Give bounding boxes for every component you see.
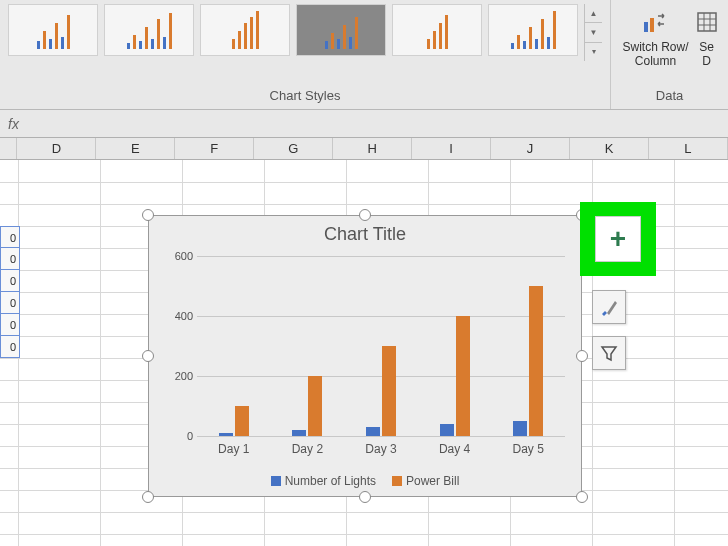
select-data-button[interactable]: Se D <box>695 4 719 74</box>
bar-group[interactable] <box>201 256 267 436</box>
x-label: Day 3 <box>344 442 418 456</box>
bar-group[interactable] <box>421 256 487 436</box>
brush-icon <box>599 297 619 317</box>
x-axis: Day 1 Day 2 Day 3 Day 4 Day 5 <box>197 442 565 456</box>
col-header[interactable]: L <box>649 138 728 159</box>
bar[interactable] <box>513 421 527 436</box>
bar-group[interactable] <box>495 256 561 436</box>
chart-style-thumb[interactable] <box>200 4 290 56</box>
chart-side-tools <box>592 290 626 370</box>
legend-item[interactable]: Power Bill <box>392 474 459 488</box>
col-header[interactable]: K <box>570 138 649 159</box>
chart-styles-group: ▲ ▼ ▾ Chart Styles <box>0 0 610 109</box>
col-gutter <box>0 138 17 159</box>
chart-style-thumb[interactable] <box>488 4 578 56</box>
filter-icon <box>600 344 618 362</box>
ribbon: ▲ ▼ ▾ Chart Styles Switch Row/ Column Se… <box>0 0 728 110</box>
resize-handle[interactable] <box>359 491 371 503</box>
svg-rect-2 <box>698 13 716 31</box>
col-header[interactable]: G <box>254 138 333 159</box>
embedded-chart[interactable]: Chart Title 600 400 200 0 Day 1 Day 2 Da… <box>148 215 582 497</box>
chart-styles-label: Chart Styles <box>0 88 610 103</box>
formula-bar[interactable]: fx <box>0 110 728 138</box>
data-cell[interactable]: 0 <box>0 248 20 270</box>
svg-rect-1 <box>650 18 654 32</box>
data-cell[interactable]: 0 <box>0 336 20 358</box>
legend-label: Power Bill <box>406 474 459 488</box>
chart-legend[interactable]: Number of Lights Power Bill <box>149 474 581 488</box>
bar[interactable] <box>456 316 470 436</box>
bar[interactable] <box>366 427 380 436</box>
resize-handle[interactable] <box>576 491 588 503</box>
resize-handle[interactable] <box>359 209 371 221</box>
resize-handle[interactable] <box>576 350 588 362</box>
col-header[interactable]: F <box>175 138 254 159</box>
chart-style-thumb[interactable] <box>8 4 98 56</box>
y-axis: 600 400 200 0 <box>163 256 193 436</box>
x-label: Day 2 <box>271 442 345 456</box>
chart-style-thumb[interactable] <box>392 4 482 56</box>
bar-group[interactable] <box>348 256 414 436</box>
fx-label: fx <box>8 116 19 132</box>
svg-rect-0 <box>644 22 648 32</box>
highlight-callout: + <box>580 202 656 276</box>
bar[interactable] <box>529 286 543 436</box>
bar-group[interactable] <box>274 256 340 436</box>
resize-handle[interactable] <box>142 209 154 221</box>
bar[interactable] <box>382 346 396 436</box>
chart-styles-gallery: ▲ ▼ ▾ <box>0 0 610 65</box>
scroll-down-button[interactable]: ▼ <box>585 23 602 42</box>
select-data-label: Se D <box>699 40 714 69</box>
legend-label: Number of Lights <box>285 474 376 488</box>
legend-item[interactable]: Number of Lights <box>271 474 376 488</box>
plot-area[interactable] <box>197 256 565 436</box>
data-group-label: Data <box>611 88 728 103</box>
switch-row-col-label: Switch Row/ Column <box>622 40 688 69</box>
y-tick: 0 <box>187 430 193 442</box>
x-label: Day 4 <box>418 442 492 456</box>
column-headers: D E F G H I J K L <box>0 138 728 160</box>
data-group: Switch Row/ Column Se D Data <box>610 0 728 109</box>
bar[interactable] <box>219 433 233 436</box>
bars <box>197 256 565 436</box>
switch-row-column-button[interactable]: Switch Row/ Column <box>620 4 690 74</box>
x-label: Day 1 <box>197 442 271 456</box>
resize-handle[interactable] <box>142 350 154 362</box>
plus-icon: + <box>610 225 626 253</box>
y-tick: 200 <box>175 370 193 382</box>
col-header[interactable]: J <box>491 138 570 159</box>
bar[interactable] <box>292 430 306 436</box>
bar[interactable] <box>440 424 454 436</box>
legend-swatch-icon <box>271 476 281 486</box>
resize-handle[interactable] <box>142 491 154 503</box>
col-header[interactable]: E <box>96 138 175 159</box>
data-range: 0 0 0 0 0 0 <box>0 226 20 358</box>
data-cell[interactable]: 0 <box>0 292 20 314</box>
data-cell[interactable]: 0 <box>0 226 20 248</box>
chart-filters-button[interactable] <box>592 336 626 370</box>
bar[interactable] <box>235 406 249 436</box>
x-label: Day 5 <box>491 442 565 456</box>
data-cell[interactable]: 0 <box>0 314 20 336</box>
scroll-more-button[interactable]: ▾ <box>585 43 602 61</box>
col-header[interactable]: D <box>17 138 96 159</box>
chart-area[interactable]: Chart Title 600 400 200 0 Day 1 Day 2 Da… <box>148 215 582 497</box>
gallery-scrollbar: ▲ ▼ ▾ <box>584 4 602 61</box>
chart-elements-button[interactable]: + <box>595 216 641 262</box>
select-data-icon <box>695 6 719 38</box>
chart-styles-button[interactable] <box>592 290 626 324</box>
chart-style-thumb[interactable] <box>104 4 194 56</box>
chart-style-thumb[interactable] <box>296 4 386 56</box>
y-tick: 400 <box>175 310 193 322</box>
data-cell[interactable]: 0 <box>0 270 20 292</box>
y-tick: 600 <box>175 250 193 262</box>
legend-swatch-icon <box>392 476 402 486</box>
scroll-up-button[interactable]: ▲ <box>585 4 602 23</box>
worksheet-grid[interactable]: 0 0 0 0 0 0 Chart Title 600 400 200 0 Da… <box>0 160 728 546</box>
col-header[interactable]: I <box>412 138 491 159</box>
bar[interactable] <box>308 376 322 436</box>
switch-icon <box>640 6 672 38</box>
col-header[interactable]: H <box>333 138 412 159</box>
